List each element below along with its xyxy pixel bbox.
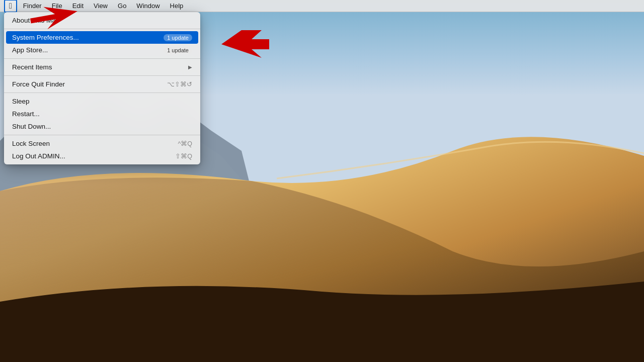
recent-items-label: Recent Items bbox=[12, 63, 52, 71]
apple-dropdown-menu: About This Mac System Preferences... 1 u… bbox=[4, 12, 200, 164]
menubar-file[interactable]: File bbox=[48, 1, 66, 11]
sleep-label: Sleep bbox=[12, 98, 30, 105]
menu-item-force-quit[interactable]: Force Quit Finder ⌥⇧⌘↺ bbox=[4, 78, 200, 90]
force-quit-shortcut: ⌥⇧⌘↺ bbox=[167, 80, 192, 88]
menubar-go[interactable]: Go bbox=[114, 1, 130, 11]
menu-item-logout[interactable]: Log Out ADMIN... ⇧⌘Q bbox=[4, 150, 200, 162]
menu-item-system-preferences[interactable]: System Preferences... 1 update bbox=[6, 31, 198, 44]
menubar-edit[interactable]: Edit bbox=[68, 1, 88, 11]
system-prefs-label: System Preferences... bbox=[12, 34, 79, 41]
menu-item-lock-screen[interactable]: Lock Screen ^⌘Q bbox=[4, 137, 200, 150]
menu-item-about[interactable]: About This Mac bbox=[4, 14, 200, 27]
shutdown-label: Shut Down... bbox=[12, 123, 51, 130]
app-store-badge: 1 update bbox=[164, 47, 192, 54]
recent-items-chevron: ▶ bbox=[188, 64, 192, 70]
menu-item-recent-items[interactable]: Recent Items ▶ bbox=[4, 61, 200, 73]
menu-divider-2 bbox=[4, 58, 200, 59]
menubar-window[interactable]: Window bbox=[132, 1, 164, 11]
menu-divider-5 bbox=[4, 135, 200, 135]
menubar:  Finder File Edit View Go Window Help bbox=[0, 0, 644, 12]
logout-label: Log Out ADMIN... bbox=[12, 152, 65, 160]
about-label: About This Mac bbox=[12, 17, 59, 24]
menu-item-sleep[interactable]: Sleep bbox=[4, 95, 200, 108]
app-store-label: App Store... bbox=[12, 46, 48, 54]
menu-item-restart[interactable]: Restart... bbox=[4, 108, 200, 120]
system-prefs-badge: 1 update bbox=[164, 34, 192, 41]
menu-divider-1 bbox=[4, 29, 200, 29]
force-quit-label: Force Quit Finder bbox=[12, 80, 65, 88]
menu-item-app-store[interactable]: App Store... 1 update bbox=[4, 44, 200, 56]
apple-menu-button[interactable]:  bbox=[4, 0, 17, 13]
lock-screen-shortcut: ^⌘Q bbox=[178, 140, 192, 147]
restart-label: Restart... bbox=[12, 110, 40, 118]
menubar-view[interactable]: View bbox=[90, 1, 112, 11]
lock-screen-label: Lock Screen bbox=[12, 140, 50, 147]
menubar-finder[interactable]: Finder bbox=[19, 1, 46, 11]
menu-divider-3 bbox=[4, 75, 200, 76]
menu-item-shutdown[interactable]: Shut Down... bbox=[4, 120, 200, 133]
menubar-help[interactable]: Help bbox=[166, 1, 188, 11]
logout-shortcut: ⇧⌘Q bbox=[175, 152, 192, 160]
menu-divider-4 bbox=[4, 93, 200, 93]
